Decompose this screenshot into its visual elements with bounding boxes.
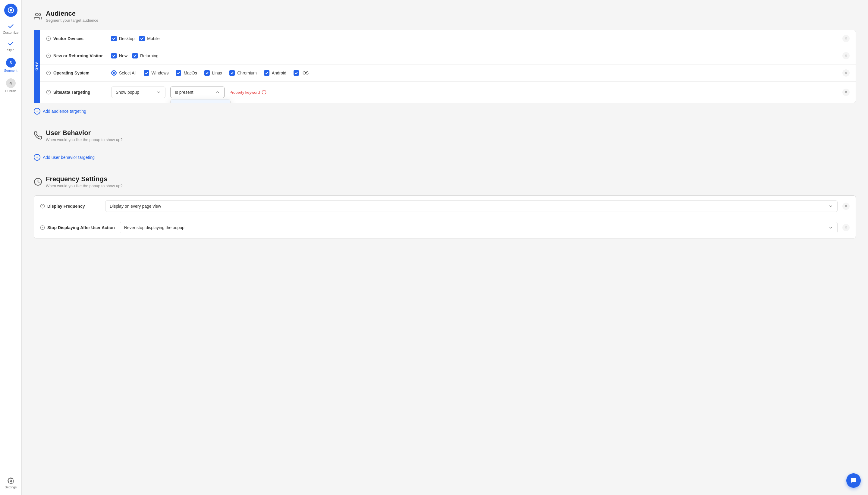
windows-checkbox-group: Windows [144, 70, 169, 76]
macos-checkbox-group: MacOs [176, 70, 197, 76]
sidebar-label-publish: Publish [5, 89, 16, 93]
desktop-label: Desktop [119, 36, 135, 41]
sitedata-controls: Show popup Is present Is present Is not … [111, 86, 837, 98]
ios-checkbox[interactable] [294, 70, 299, 76]
sidebar-label-style: Style [7, 48, 14, 52]
display-frequency-row: Display Frequency Display on every page … [34, 195, 856, 217]
info-icon-os [46, 70, 51, 75]
new-checkbox-group: New [111, 53, 127, 58]
display-frequency-label: Display Frequency [40, 204, 100, 209]
windows-checkbox[interactable] [144, 70, 149, 76]
svg-point-1 [10, 9, 12, 12]
user-behavior-header: User Behavior When would you like the po… [34, 129, 856, 142]
select-all-radio[interactable] [111, 70, 117, 76]
stop-displaying-dropdown[interactable]: Never stop displaying the popup [120, 222, 837, 233]
desktop-checkbox-group: Desktop [111, 36, 135, 41]
remove-new-returning[interactable]: × [843, 52, 850, 59]
mobile-checkbox[interactable] [139, 36, 145, 41]
remove-visitor-devices[interactable]: × [843, 35, 850, 42]
audience-section-header: Audience Segment your target audience [34, 10, 856, 23]
macos-label: MacOs [184, 70, 197, 75]
os-controls: Select All Windows MacOs Linux [111, 70, 837, 76]
select-all-group: Select All [111, 70, 137, 76]
windows-label: Windows [152, 70, 169, 75]
frequency-header: Frequency Settings When would you like t… [34, 175, 856, 188]
frequency-title: Frequency Settings [46, 175, 122, 183]
add-user-behavior-targeting[interactable]: + Add user behavior targeting [34, 149, 856, 166]
new-checkbox[interactable] [111, 53, 117, 58]
frequency-subtitle: When would you like the popup to show up… [46, 184, 122, 188]
ios-label: IOS [301, 70, 309, 75]
returning-checkbox[interactable] [132, 53, 138, 58]
condition-dropdown[interactable]: Is present [170, 86, 225, 98]
sidebar: Customize Style 3 Segment 4 Publish Sett… [0, 0, 22, 495]
condition-dropdown-menu: Is present Is not present Matches Doesn'… [170, 99, 230, 103]
frequency-icon [34, 177, 42, 186]
sidebar-item-settings[interactable]: Settings [2, 475, 20, 491]
android-checkbox[interactable] [264, 70, 270, 76]
info-icon-sitedata [46, 90, 51, 95]
app-logo[interactable] [4, 4, 17, 17]
stop-displaying-row: Stop Displaying After User Action Never … [34, 217, 856, 238]
info-icon-display-freq [40, 204, 45, 209]
show-popup-dropdown[interactable]: Show popup [111, 86, 166, 98]
remove-sitedata[interactable]: × [843, 89, 850, 96]
sidebar-label-segment: Segment [4, 69, 17, 72]
info-icon-devices [46, 36, 51, 41]
chromium-label: Chromium [237, 70, 257, 75]
sitedata-targeting-row: SiteData Targeting Show popup Is present [40, 82, 856, 103]
svg-point-3 [36, 13, 38, 16]
behavior-title: User Behavior [46, 129, 122, 137]
new-label: New [119, 53, 127, 58]
linux-checkbox[interactable] [204, 70, 210, 76]
android-label: Android [272, 70, 286, 75]
chat-button[interactable] [846, 473, 861, 488]
macos-checkbox[interactable] [176, 70, 181, 76]
new-returning-label: New or Returning Visitor [46, 53, 106, 58]
chevron-down-icon-freq2 [828, 225, 833, 230]
segment-step-badge: 3 [6, 58, 16, 68]
new-returning-row: New or Returning Visitor New Returning × [40, 47, 856, 65]
info-icon-stop [40, 225, 45, 230]
main-content: Audience Segment your target audience AN… [22, 0, 868, 495]
add-audience-targeting[interactable]: + Add audience targeting [34, 103, 856, 119]
ios-checkbox-group: IOS [294, 70, 309, 76]
option-is-present[interactable]: Is present [171, 100, 230, 103]
mobile-checkbox-group: Mobile [139, 36, 159, 41]
sidebar-item-customize[interactable]: Customize [2, 20, 20, 37]
remove-os[interactable]: × [843, 69, 850, 76]
audience-subtitle: Segment your target audience [46, 18, 98, 23]
desktop-checkbox[interactable] [111, 36, 117, 41]
select-all-label: Select All [119, 70, 137, 75]
mobile-label: Mobile [147, 36, 159, 41]
sidebar-item-publish[interactable]: 4 Publish [2, 76, 20, 95]
sidebar-label-settings: Settings [5, 485, 17, 489]
sitedata-targeting-label: SiteData Targeting [46, 90, 106, 95]
condition-dropdown-container: Is present Is present Is not present Mat… [170, 86, 225, 98]
display-frequency-dropdown[interactable]: Display on every page view [105, 201, 837, 212]
returning-label: Returning [140, 53, 158, 58]
returning-checkbox-group: Returning [132, 53, 158, 58]
visitor-devices-label: Visitor Devices [46, 36, 106, 41]
audience-title: Audience [46, 10, 98, 17]
audience-icon [34, 12, 42, 20]
user-behavior-section: User Behavior When would you like the po… [34, 129, 856, 166]
linux-label: Linux [212, 70, 222, 75]
property-keyword-error: Property keyword [229, 90, 266, 95]
audience-rows: Visitor Devices Desktop Mobile × [40, 30, 856, 103]
operating-system-label: Operating System [46, 70, 106, 75]
chromium-checkbox[interactable] [229, 70, 235, 76]
and-bar: AND [34, 30, 40, 103]
stop-displaying-label: Stop Displaying After User Action [40, 225, 115, 230]
visitor-devices-controls: Desktop Mobile [111, 36, 837, 41]
sidebar-item-segment[interactable]: 3 Segment [2, 55, 20, 75]
sidebar-item-style[interactable]: Style [2, 38, 20, 54]
sidebar-label-customize: Customize [3, 31, 19, 34]
remove-display-frequency[interactable]: × [843, 203, 850, 210]
remove-stop-displaying[interactable]: × [843, 224, 850, 231]
svg-point-2 [10, 480, 12, 482]
behavior-subtitle: When would you like the popup to show up… [46, 137, 122, 142]
frequency-rows: Display Frequency Display on every page … [34, 195, 856, 238]
error-icon [262, 90, 266, 95]
chevron-down-icon [156, 90, 161, 95]
